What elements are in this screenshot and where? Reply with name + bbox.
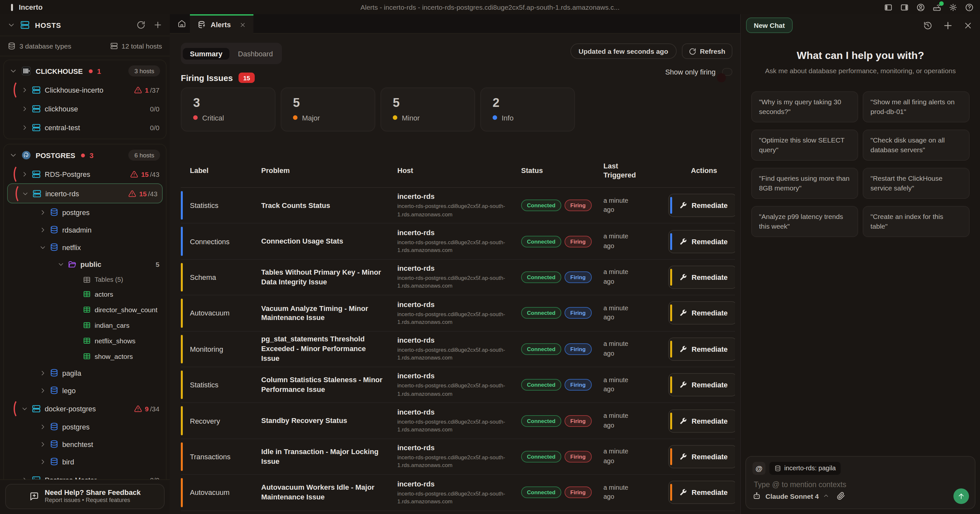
group-header-postgres[interactable]: POSTGRES36 hosts [6, 146, 164, 165]
chevron-down-icon[interactable] [58, 261, 64, 268]
new-chat-icon[interactable] [943, 21, 953, 30]
severity-card-minor[interactable]: 5Minor [380, 87, 475, 132]
table-row[interactable]: ConnectionsConnection Usage Statsincerto… [181, 224, 735, 260]
db-item-postgres[interactable]: postgres [6, 203, 164, 221]
table-row[interactable]: RecoveryStandby Recovery Statusincerto-r… [181, 403, 735, 439]
db-item-postgres[interactable]: postgres [6, 418, 164, 435]
remediate-button[interactable]: Remediate [668, 409, 735, 432]
chevron-right-icon[interactable] [40, 441, 46, 447]
db-item-lego[interactable]: lego [6, 382, 164, 399]
toggle-right-panel-icon[interactable] [900, 3, 909, 11]
tree-item-meta: 0/0 [150, 124, 164, 131]
db-item-benchtest[interactable]: benchtest [6, 435, 164, 453]
chevron-right-icon[interactable] [40, 423, 46, 430]
table-item-actors[interactable]: actors [6, 286, 164, 302]
chevron-right-icon[interactable] [21, 476, 28, 479]
table-row[interactable]: StatisticsTrack Counts Statusincerto-rds… [181, 188, 735, 224]
host-item-docker-postgres[interactable]: docker-postgres9/34 [6, 399, 164, 418]
chevron-right-icon[interactable] [40, 209, 46, 216]
attach-icon[interactable] [837, 492, 845, 500]
table-item-director-show-count[interactable]: director_show_count [6, 302, 164, 317]
remediate-button[interactable]: Remediate [668, 445, 735, 468]
tab-alerts[interactable]: Alerts [190, 14, 253, 34]
chevron-up-icon[interactable] [824, 493, 829, 499]
model-selector[interactable]: Claude Sonnet 4 [765, 492, 819, 500]
host-domain: incerto-rds-postgres.cdi8uge2cx5f.ap-sou… [397, 238, 506, 254]
refresh-button[interactable]: Refresh [682, 43, 732, 59]
suggestion-card[interactable]: "Create an index for this table" [863, 206, 970, 237]
new-chat-button[interactable]: New Chat [746, 17, 793, 33]
remediate-button[interactable]: Remediate [668, 373, 735, 397]
severity-dot [293, 116, 298, 120]
chevron-right-icon[interactable] [40, 226, 46, 233]
send-button[interactable] [953, 488, 969, 504]
account-icon[interactable] [916, 3, 925, 11]
cell-problem: Track Counts Status [261, 201, 397, 211]
suggestion-card[interactable]: "Check disk usage on all database server… [863, 130, 970, 161]
remediate-button[interactable]: Remediate [668, 301, 735, 325]
db-item-bird[interactable]: bird [6, 453, 164, 470]
host-item-central-test[interactable]: central-test0/0 [6, 118, 164, 137]
host-item-rds-postgres[interactable]: RDS-Postgres15/43 [6, 165, 164, 183]
table-row[interactable]: TransactionsIdle in Transaction - Major … [181, 439, 735, 475]
mention-button[interactable]: @ [752, 462, 765, 474]
toggle-left-panel-icon[interactable] [884, 3, 892, 11]
connection-status-icon[interactable] [933, 3, 941, 11]
suggestion-card[interactable]: "Analyze p99 latency trends this week" [751, 206, 858, 237]
suggestion-card[interactable]: "Find queries using more than 8GB memory… [751, 168, 858, 199]
remediate-button[interactable]: Remediate [668, 230, 735, 253]
table-item-show-actors[interactable]: show_actors [6, 349, 164, 364]
host-item-postgres-master[interactable]: Postgres Master0/0 [6, 470, 164, 479]
chevron-right-icon[interactable] [21, 124, 28, 130]
chevron-right-icon[interactable] [40, 370, 46, 376]
suggestion-card[interactable]: "Restart the ClickHouse service safely" [863, 168, 970, 199]
table-row[interactable]: StatisticsColumn Statistics Staleness - … [181, 367, 735, 403]
chat-composer[interactable]: @ incerto-rds: pagila Claude Sonnet 4 [745, 456, 975, 509]
severity-card-info[interactable]: 2Info [480, 87, 575, 132]
show-only-firing-toggle[interactable] [722, 68, 732, 76]
suggestion-card[interactable]: "Optimize this slow SELECT query" [751, 130, 858, 161]
help-icon[interactable] [965, 3, 974, 11]
chevron-down-icon[interactable] [40, 244, 46, 251]
tab-dashboard[interactable]: Dashboard [231, 48, 280, 59]
close-tab-icon[interactable] [240, 22, 246, 27]
chat-input[interactable] [752, 480, 960, 489]
host-item-incerto-rds[interactable]: incerto-rds15/43 [7, 183, 163, 203]
suggestion-card[interactable]: "Show me all firing alerts on prod-db-01… [863, 91, 970, 122]
add-host-icon[interactable] [154, 21, 162, 29]
db-item-rdsadmin[interactable]: rdsadmin [6, 221, 164, 238]
table-item-indian-cars[interactable]: indian_cars [6, 317, 164, 333]
feedback-button[interactable]: Need Help? Share Feedback Report issues … [5, 484, 165, 509]
table-item-netflix-shows[interactable]: netflix_shows [6, 333, 164, 349]
suggestion-card[interactable]: "Why is my query taking 30 seconds?" [751, 91, 858, 122]
severity-card-major[interactable]: 5Major [281, 87, 375, 132]
chevron-right-icon[interactable] [40, 387, 46, 393]
chat-history-icon[interactable] [924, 21, 932, 30]
remediate-button[interactable]: Remediate [668, 481, 735, 504]
remediate-button[interactable]: Remediate [668, 194, 735, 217]
host-item-clickhouse[interactable]: clickhouse0/0 [6, 99, 164, 118]
folder-item-public[interactable]: public5 [6, 256, 164, 273]
home-tab-button[interactable] [173, 14, 190, 33]
tables-item-tables-5-[interactable]: Tables (5) [6, 273, 164, 286]
table-row[interactable]: SchemaTables Without Primary Key - Minor… [181, 260, 735, 296]
close-panel-icon[interactable] [964, 21, 972, 30]
table-row[interactable]: Monitoringpg_stat_statements Threshold E… [181, 332, 735, 367]
table-row[interactable]: AutovacuumVacuum Analyze Timing - Minor … [181, 295, 735, 332]
db-item-netflix[interactable]: netflix [6, 238, 164, 256]
tab-summary[interactable]: Summary [183, 48, 229, 59]
host-item-clickhouse-incerto[interactable]: Clickhouse-incerto1/37 [6, 80, 164, 99]
chevron-right-icon[interactable] [40, 458, 46, 465]
context-chip[interactable]: incerto-rds: pagila [769, 462, 841, 474]
refresh-hosts-icon[interactable] [137, 21, 145, 29]
table-row[interactable]: AutovacuumAutovacuum Workers Idle - Majo… [181, 475, 735, 511]
chevron-right-icon[interactable] [21, 105, 28, 112]
db-item-pagila[interactable]: pagila [6, 364, 164, 382]
remediate-button[interactable]: Remediate [668, 266, 735, 289]
remediate-button[interactable]: Remediate [668, 338, 735, 361]
chevron-down-icon[interactable] [8, 21, 15, 29]
settings-icon[interactable] [949, 3, 957, 11]
group-header-clickhouse[interactable]: CLICKHOUSE13 hosts [6, 62, 164, 80]
cell-label: Recovery [190, 417, 261, 425]
severity-card-critical[interactable]: 3Critical [181, 87, 275, 132]
